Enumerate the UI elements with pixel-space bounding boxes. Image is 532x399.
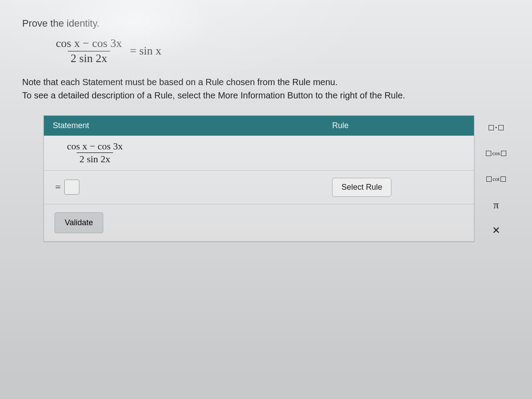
placeholder-box-icon	[498, 125, 504, 130]
identity-fraction: cos x − cos 3x 2 sin 2x	[53, 37, 125, 65]
rule-cell-1	[328, 136, 474, 170]
note-line-1: Note that each Statement must be based o…	[22, 75, 510, 89]
statement-cell-2[interactable]: =	[44, 171, 328, 204]
rule-cell-2: Select Rule	[328, 171, 474, 204]
expression-input-slot[interactable]	[64, 180, 79, 195]
equals-prefix: =	[22, 115, 35, 143]
dot-icon: ·	[495, 124, 497, 132]
select-rule-button[interactable]: Select Rule	[332, 178, 391, 197]
validate-button[interactable]: Validate	[55, 212, 103, 233]
statement-1-denominator: 2 sin 2x	[77, 153, 113, 164]
panel-header: Statement Rule	[44, 116, 474, 136]
cot-label: cot	[493, 176, 500, 183]
palette-clear[interactable]: ✕	[484, 221, 509, 240]
pi-icon: π	[493, 199, 499, 211]
statement-1-fraction: cos x − cos 3x 2 sin 2x	[64, 141, 125, 164]
symbol-palette: · cos cot π ✕	[482, 115, 510, 240]
placeholder-box-icon	[486, 176, 492, 182]
header-statement: Statement	[44, 116, 328, 136]
identity-equation: cos x − cos 3x 2 sin 2x = sin x	[53, 37, 510, 65]
note-line-2: To see a detailed description of a Rule,…	[22, 89, 510, 102]
statement-1-numerator: cos x − cos 3x	[64, 141, 125, 153]
placeholder-box-icon	[489, 125, 494, 130]
proof-panel: Statement Rule cos x − cos 3x 2 sin 2x	[43, 115, 474, 241]
identity-rhs: = sin x	[130, 44, 161, 58]
row2-equals: =	[55, 181, 64, 193]
validate-row: Validate	[44, 204, 474, 241]
placeholder-box-icon	[501, 176, 506, 182]
palette-multiply-template[interactable]: ·	[484, 118, 509, 137]
instructions-note: Note that each Statement must be based o…	[22, 75, 510, 102]
close-icon: ✕	[492, 226, 500, 235]
header-rule: Rule	[328, 116, 474, 136]
identity-numerator: cos x − cos 3x	[53, 37, 125, 51]
palette-pi[interactable]: π	[484, 195, 509, 215]
proof-row-2: = Select Rule	[44, 170, 474, 204]
placeholder-box-icon	[501, 151, 506, 156]
proof-row-1: cos x − cos 3x 2 sin 2x	[44, 136, 474, 170]
palette-cos-template[interactable]: cos	[484, 144, 509, 163]
palette-cot-template[interactable]: cot	[484, 169, 509, 189]
placeholder-box-icon	[486, 151, 491, 156]
prompt-title: Prove the identity.	[22, 18, 510, 29]
cos-label: cos	[492, 150, 500, 157]
statement-cell-1: cos x − cos 3x 2 sin 2x	[44, 136, 328, 170]
identity-denominator: 2 sin 2x	[68, 51, 110, 65]
